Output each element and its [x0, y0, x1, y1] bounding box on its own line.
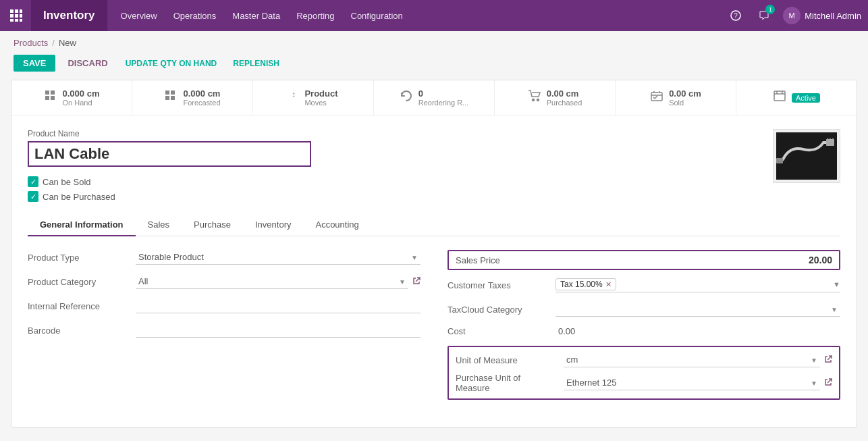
update-qty-button[interactable]: UPDATE QTY ON HAND	[120, 55, 223, 72]
purchase-uom-row: Purchase Unit of Measure Ethernet 125 ▼	[456, 373, 832, 393]
cost-label: Cost	[447, 326, 555, 336]
sales-price-box[interactable]: Sales Price 20.00	[447, 250, 840, 270]
chat-icon[interactable]: 1	[755, 6, 774, 25]
replenish-button[interactable]: REPLENISH	[227, 55, 285, 72]
stat-purchased[interactable]: 0.00 cm Purchased	[495, 80, 616, 115]
product-type-label: Product Type	[28, 253, 136, 263]
breadcrumb-products[interactable]: Products	[13, 38, 48, 48]
forecasted-icon	[164, 89, 178, 106]
svg-rect-1	[15, 9, 18, 13]
barcode-row: Barcode	[28, 323, 421, 338]
user-menu[interactable]: M Mitchell Admin	[783, 7, 861, 24]
app-title[interactable]: Inventory	[31, 0, 107, 31]
internal-reference-field	[136, 299, 421, 313]
avatar: M	[783, 7, 801, 24]
product-category-external-link-icon[interactable]	[412, 277, 421, 287]
tax-badge-remove-icon[interactable]: ✕	[605, 280, 612, 289]
purchase-uom-external-link-icon[interactable]	[824, 378, 832, 388]
stat-forecasted[interactable]: 0.000 cm Forecasted	[132, 80, 253, 115]
grid-menu-icon[interactable]	[7, 6, 26, 25]
can-be-purchased-row: ✓ Can be Purchased	[28, 191, 773, 202]
tax-badge: Tax 15.00% ✕	[555, 278, 616, 290]
sold-value: 0.00 cm	[669, 88, 701, 99]
product-type-select[interactable]: Storable Product	[136, 250, 421, 265]
taxcloud-label: TaxCloud Category	[447, 305, 555, 315]
customer-taxes-field: Tax 15.00% ✕ ▼	[555, 278, 840, 292]
customer-taxes-dropdown-icon[interactable]: ▼	[833, 280, 840, 288]
barcode-input[interactable]	[136, 323, 421, 338]
cost-value: 0.00	[555, 324, 578, 338]
product-type-field: Storable Product ▼	[136, 250, 421, 265]
svg-rect-12	[51, 90, 55, 95]
reordering-value: 0	[418, 88, 469, 99]
tabs-bar: General Information Sales Purchase Inven…	[28, 214, 840, 236]
product-type-row: Product Type Storable Product ▼	[28, 250, 421, 265]
tab-accounting[interactable]: Accounting	[303, 214, 371, 236]
stat-product-moves[interactable]: ↕ Product Moves	[253, 80, 374, 115]
internal-reference-row: Internal Reference	[28, 299, 421, 313]
product-name-input[interactable]	[28, 141, 311, 167]
internal-reference-input[interactable]	[136, 299, 421, 313]
menu-master-data[interactable]: Master Data	[232, 11, 280, 21]
product-header: Product Name ✓ Can be Sold ✓ Can be Purc…	[28, 129, 840, 202]
stat-active[interactable]: Active	[736, 80, 857, 115]
topnav-right-actions: ? 1 M Mitchell Admin	[726, 6, 861, 25]
reordering-icon	[400, 89, 413, 106]
can-be-purchased-checkbox[interactable]: ✓	[28, 191, 38, 202]
stat-reordering[interactable]: 0 Reordering R...	[374, 80, 495, 115]
on-hand-label: On Hand	[63, 99, 100, 107]
product-category-select[interactable]: All	[136, 274, 408, 289]
menu-configuration[interactable]: Configuration	[351, 11, 403, 21]
tab-sales[interactable]: Sales	[136, 214, 182, 236]
tab-general-information[interactable]: General Information	[28, 214, 136, 236]
purchase-uom-field: Ethernet 125 ▼	[564, 375, 832, 390]
svg-rect-13	[45, 96, 49, 100]
tab-inventory[interactable]: Inventory	[243, 214, 303, 236]
svg-point-22	[537, 99, 539, 101]
sales-price-label: Sales Price	[456, 255, 809, 265]
cost-field: 0.00	[555, 326, 840, 336]
purchased-value: 0.00 cm	[547, 88, 582, 99]
stat-on-hand[interactable]: 0.000 cm On Hand	[11, 80, 132, 115]
chat-badge: 1	[765, 5, 775, 14]
svg-rect-18	[171, 96, 175, 100]
svg-rect-34	[776, 158, 783, 163]
menu-reporting[interactable]: Reporting	[296, 11, 334, 21]
can-be-sold-row: ✓ Can be Sold	[28, 176, 773, 187]
discard-button[interactable]: DISCARD	[61, 55, 114, 72]
product-left-section: Product Name ✓ Can be Sold ✓ Can be Purc…	[28, 129, 773, 202]
svg-text:?: ?	[734, 12, 738, 20]
menu-overview[interactable]: Overview	[121, 11, 157, 21]
product-image[interactable]	[773, 129, 840, 183]
uom-label: Unit of Measure	[456, 355, 564, 365]
product-moves-value: Product	[304, 88, 337, 99]
taxcloud-row: TaxCloud Category ▼	[447, 302, 840, 317]
save-button[interactable]: SAVE	[13, 55, 55, 72]
user-name: Mitchell Admin	[805, 11, 861, 21]
help-icon[interactable]: ?	[726, 6, 745, 25]
product-checkboxes: ✓ Can be Sold ✓ Can be Purchased	[28, 176, 773, 202]
product-category-row: Product Category All ▼	[28, 274, 421, 289]
svg-rect-0	[10, 9, 13, 13]
breadcrumb: Products / New	[0, 31, 868, 52]
tab-purchase[interactable]: Purchase	[182, 214, 243, 236]
tax-badge-text: Tax 15.00%	[560, 280, 603, 289]
purchase-uom-select[interactable]: Ethernet 125	[564, 375, 820, 390]
purchased-label: Purchased	[547, 99, 582, 107]
svg-rect-16	[171, 90, 175, 95]
stat-sold[interactable]: 0.00 cm Sold	[616, 80, 736, 115]
uom-external-link-icon[interactable]	[824, 355, 832, 365]
barcode-label: Barcode	[28, 326, 136, 336]
taxcloud-select[interactable]	[555, 302, 840, 317]
main-menu: Overview Operations Master Data Reportin…	[121, 11, 727, 21]
form-content: Product Type Storable Product ▼ Product …	[28, 236, 840, 413]
can-be-sold-checkbox[interactable]: ✓	[28, 176, 38, 187]
uom-section: Unit of Measure cm ▼	[447, 346, 840, 400]
svg-rect-3	[10, 14, 13, 18]
menu-operations[interactable]: Operations	[173, 11, 217, 21]
sales-price-wrapper: Sales Price 20.00	[447, 250, 840, 270]
uom-select[interactable]: cm	[564, 353, 820, 367]
form-left-column: Product Type Storable Product ▼ Product …	[28, 250, 421, 400]
can-be-sold-label: Can be Sold	[43, 177, 91, 187]
sold-label: Sold	[669, 99, 701, 107]
